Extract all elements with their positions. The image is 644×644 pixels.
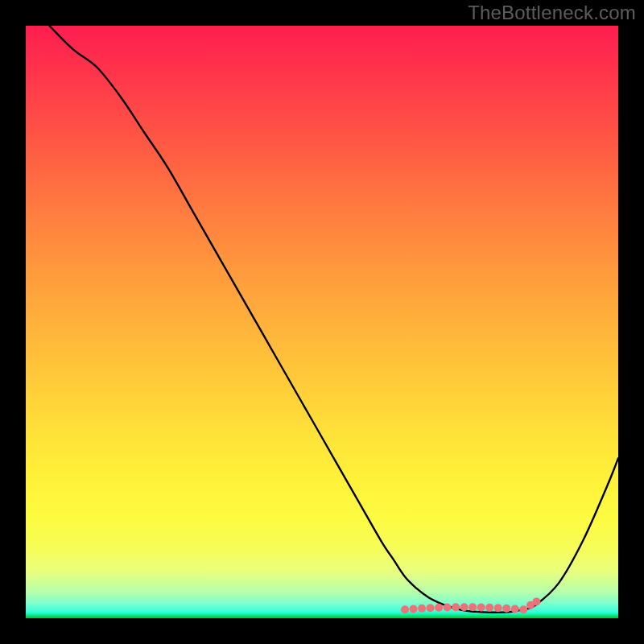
valley-marker-dot [519,605,527,613]
valley-marker-dot [460,603,469,611]
valley-marker-dot [418,605,426,613]
plot-area [26,26,618,618]
valley-marker-dot [511,605,519,613]
valley-marker-dot [427,604,435,612]
valley-marker-dot [502,605,510,613]
watermark-text: TheBottleneck.com [468,2,636,24]
bottleneck-curve-path [49,26,618,613]
valley-marker-dot [477,603,485,611]
valley-marker-dot [532,597,540,605]
valley-marker-dot [410,605,418,613]
valley-marker-dot [401,605,409,613]
chart-frame: TheBottleneck.com [0,0,644,644]
valley-marker-dot [469,603,477,611]
valley-marker-dot [435,604,443,612]
valley-marker-dot [452,603,460,611]
valley-marker-dot [485,604,493,612]
curve-svg [26,26,618,618]
valley-marker-dot [494,604,502,612]
valley-marker-dot [444,603,452,611]
